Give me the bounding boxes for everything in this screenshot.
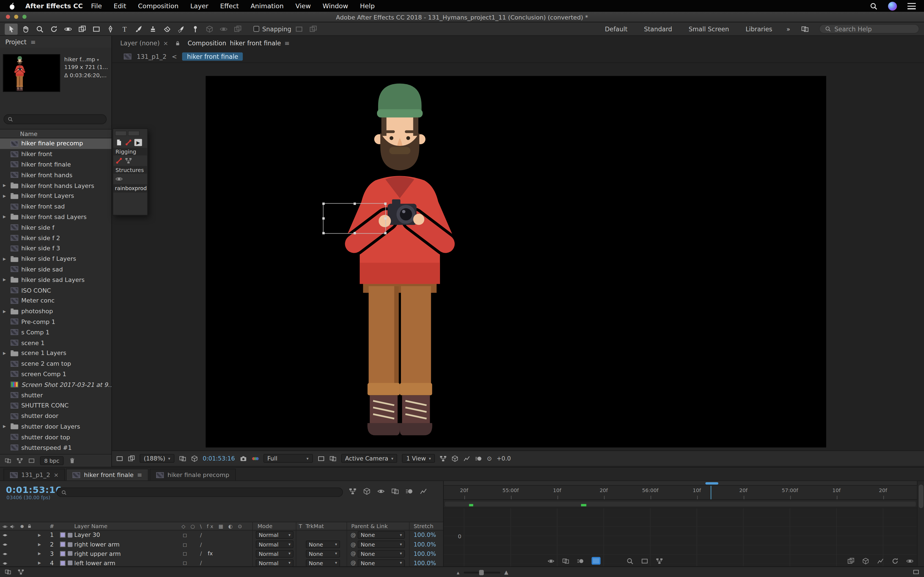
zoom-time-icon[interactable]	[627, 557, 633, 564]
type-tool[interactable]	[118, 23, 131, 35]
trash-icon[interactable]	[69, 458, 75, 464]
workspace-default[interactable]: Default	[597, 25, 635, 32]
layer-color-swatch[interactable]	[60, 561, 65, 566]
project-item[interactable]: ▶ hiker front finale	[0, 160, 111, 170]
project-search-field[interactable]	[3, 114, 107, 124]
keyframe-diamond-icon[interactable]	[862, 558, 869, 565]
layer-track-area[interactable]	[444, 508, 917, 566]
zoom-tool[interactable]	[33, 23, 46, 35]
share-view-icon[interactable]	[440, 455, 447, 462]
solo-column-icon[interactable]: ●	[20, 524, 24, 529]
timeline-vertical-scrollbar[interactable]	[917, 481, 924, 567]
project-item[interactable]: ▶ hiker front hands	[0, 170, 111, 180]
project-item[interactable]: ▶ scene 1	[0, 337, 111, 348]
motion-blur-toggle-icon[interactable]	[577, 557, 584, 564]
layer-name-column-header[interactable]: Layer Name	[74, 523, 177, 529]
layer-name[interactable]: Layer 30	[74, 532, 177, 538]
duik-arrow-icon[interactable]: ▶	[134, 139, 142, 146]
quality-switch-icon[interactable]: /	[200, 560, 202, 566]
new-folder-icon[interactable]	[16, 458, 23, 464]
layer-color-swatch[interactable]	[60, 542, 65, 547]
timeline-layer-row[interactable]: ▶ 2 right lower arm ◻ / Normal	[0, 540, 443, 549]
duik-floating-panel[interactable]: ▶ Rigging Structures rainboxprod	[113, 128, 148, 215]
work-area-bar[interactable]	[444, 500, 917, 508]
brush-tool[interactable]	[132, 23, 145, 35]
timeline-zoom-slider[interactable]: ▲ ▲	[457, 567, 509, 577]
pickwhip-icon[interactable]: @	[351, 560, 356, 566]
project-panel-title[interactable]: Project	[5, 38, 26, 45]
pan-behind-tool[interactable]	[75, 23, 88, 35]
layer-visibility-eye-icon[interactable]	[2, 533, 8, 538]
time-navigator[interactable]	[444, 481, 917, 486]
project-item[interactable]: ▶ hiker side sad	[0, 264, 111, 274]
spotlight-search-icon[interactable]	[870, 2, 877, 10]
trkmat-dropdown[interactable]: None ▾	[306, 550, 340, 558]
project-item[interactable]: ▶ photoshop	[0, 306, 111, 316]
selection-tool[interactable]	[5, 23, 18, 35]
hide-shy-layers-icon[interactable]	[377, 487, 385, 495]
duik-doc-icon[interactable]	[115, 139, 123, 146]
duik-bone-icon[interactable]	[125, 139, 132, 146]
tab-composition-viewer[interactable]: Composition hiker front finale ≡	[187, 40, 289, 47]
menu-item[interactable]: Window	[317, 2, 354, 10]
trkmat-dropdown[interactable]: None ▾	[306, 541, 340, 548]
timeline-layer-row[interactable]: ▶ 1 Layer 30 ◻ / Normal	[0, 530, 443, 540]
mode-column-header[interactable]: Mode	[252, 522, 296, 530]
resolution-dropdown[interactable]: Full ▾	[263, 454, 313, 463]
time-ruler[interactable]: 20f55:00f10f20f56:00f10f20f57:00f10f20f	[444, 486, 917, 500]
trkmat-column-header[interactable]: TrkMat	[305, 523, 324, 529]
folder-expander-icon[interactable]: ▶	[3, 277, 8, 282]
menu-item[interactable]: Layer	[184, 2, 215, 10]
project-item[interactable]: ▶ SHUTTER CONC	[0, 400, 111, 411]
add-panel-icon[interactable]	[18, 569, 24, 575]
camera-view-dropdown[interactable]: Active Camera ▾	[341, 454, 397, 463]
timeline-tab-131-p1-2[interactable]: 131_p1_2 ×	[3, 469, 65, 480]
workspace-overflow-button[interactable]: »	[781, 25, 795, 32]
snapping-toggle[interactable]: Snapping	[253, 25, 291, 32]
apple-menu-icon[interactable]	[8, 2, 16, 10]
close-tab-icon[interactable]: ×	[53, 472, 58, 478]
panel-menu-icon[interactable]: ≡	[31, 38, 36, 45]
menu-item[interactable]: View	[289, 2, 317, 10]
notification-center-icon[interactable]	[908, 3, 916, 9]
eraser-tool[interactable]	[160, 23, 173, 35]
stretch-column-header[interactable]: Stretch	[409, 522, 443, 530]
collapse-switch-icon[interactable]: ◻	[183, 532, 187, 538]
duik-tab-2[interactable]	[128, 131, 140, 136]
current-time-display[interactable]: 0:01:53:16	[6, 485, 62, 495]
t-column-header[interactable]: T	[296, 523, 306, 529]
snap-option-icon-2[interactable]	[307, 23, 320, 35]
layer-expander-icon[interactable]: ▶	[34, 561, 45, 566]
view-layout-dropdown[interactable]: 1 View ▾	[402, 454, 435, 463]
current-time-indicator[interactable]	[711, 486, 711, 500]
app-menu-title[interactable]: After Effects CC	[25, 2, 83, 10]
zoom-slider-thumb[interactable]	[479, 570, 483, 575]
project-item[interactable]: ▶ shutterspeed #1	[0, 442, 111, 453]
expression-icon[interactable]	[877, 558, 884, 565]
workspace-switcher-icon[interactable]	[800, 25, 809, 33]
parent-dropdown[interactable]: None ▾	[358, 541, 405, 548]
mask-visibility-icon[interactable]	[179, 455, 186, 462]
draft-3d-icon[interactable]	[363, 487, 371, 495]
pen-tool[interactable]	[104, 23, 116, 35]
rotation-tool[interactable]	[47, 23, 60, 35]
chevron-down-icon[interactable]: ▾	[97, 58, 99, 62]
motion-blur-icon[interactable]	[405, 487, 413, 495]
layer-name[interactable]: left lower arm	[74, 560, 177, 566]
folder-expander-icon[interactable]: ▶	[3, 214, 8, 219]
exposure-value[interactable]: +0.0	[497, 455, 511, 462]
project-item[interactable]: ▶ ISO CONC	[0, 285, 111, 295]
stretch-value[interactable]: 100.0%	[409, 540, 443, 549]
layer-name[interactable]: right upper arm	[74, 551, 177, 557]
project-item[interactable]: ▶ scene 2 cam top	[0, 358, 111, 369]
timeline-jump-icon[interactable]	[475, 455, 482, 462]
exposure-icon[interactable]: ⊙	[487, 455, 492, 462]
stretch-value[interactable]: 100.0%	[409, 530, 443, 540]
magnification-dropdown[interactable]: (188%) ▾	[140, 454, 174, 463]
layer-expander-icon[interactable]: ▶	[34, 542, 45, 547]
hand-tool[interactable]	[19, 23, 32, 35]
tab-layer-viewer[interactable]: Layer (none) ×	[120, 40, 168, 47]
wiggly-selector-icon[interactable]	[892, 558, 899, 565]
menu-item[interactable]: Animation	[245, 2, 289, 10]
parent-link-column-header[interactable]: Parent & Link	[347, 522, 409, 530]
